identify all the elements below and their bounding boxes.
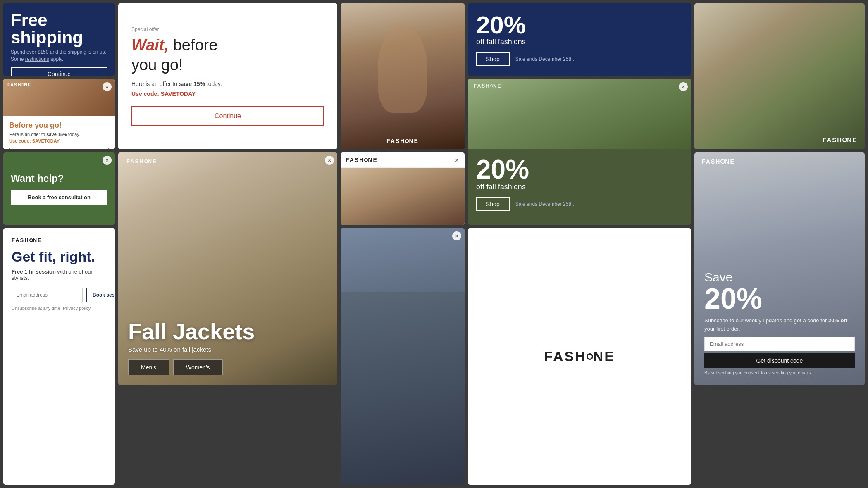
fall-jackets-heading: Fall Jackets [128, 320, 327, 343]
fall-jackets-card: × FASHNE Fall Jackets Save up to 40% on … [118, 152, 337, 385]
discount-code-button[interactable]: Get discount code [704, 353, 855, 368]
shop-button[interactable]: Shop [476, 52, 510, 66]
fall-jackets-subtext: Save up to 40% on fall jackets. [128, 346, 327, 353]
close-button-3[interactable]: × [679, 82, 688, 91]
close-button-2[interactable]: × [452, 156, 461, 165]
get-fit-email-input[interactable] [12, 288, 83, 302]
free-shipping-card: Freeshipping Spend over $150 and the shi… [3, 3, 115, 76]
close-button[interactable]: × [103, 82, 112, 91]
close-button-5[interactable]: × [325, 156, 334, 165]
fashone-woman-photo-card: × FASHNE [341, 152, 465, 225]
green-shop-button[interactable]: Shop [476, 197, 510, 211]
mens-button[interactable]: Men's [128, 359, 169, 375]
fall-jackets-brand: FASHNE [126, 158, 157, 164]
before-you-go-card: × FASHNE Before you go! Here is an offer… [3, 79, 115, 149]
offer-body: Here is an offer to save 15% today. [131, 81, 324, 87]
fashone-logo-overlay: FASHNE [386, 138, 419, 144]
before-you-go-code: Use code: SAVETODAY [9, 138, 109, 143]
offer-code: Use code: SAVETODAY [131, 90, 324, 97]
save-email-input[interactable] [704, 337, 855, 351]
free-session-text: Free 1 hr session with one of our stylis… [12, 269, 107, 281]
special-offer-card: Special offer Wait, beforeyou go! Here i… [118, 3, 337, 149]
get-fit-card: FASHNE Get fit, right. Free 1 hr session… [3, 228, 115, 485]
save-20-card: FASHNE Save 20% Subscribe to our weekly … [694, 152, 865, 385]
twenty-off-green-card: × FASHNE 20% off fall fashions Shop Sale… [468, 79, 691, 225]
fashone-logo-bar: FASHNE [341, 152, 465, 168]
twenty-off-navy-card: 20% off fall fashions Shop Sale ends Dec… [468, 3, 691, 76]
woman-sitting-photo-card: FASHNE [341, 3, 465, 149]
consent-text: By subscribing you consent to us sending… [704, 370, 855, 375]
green-off-line: off fall fashions [476, 183, 683, 191]
outdoor-woman-photo-card: FASHNE [694, 3, 865, 149]
unsub-text: Unsubscribe at any time. Privacy policy [12, 306, 107, 311]
womens-button[interactable]: Women's [173, 359, 223, 375]
before-you-go-continue-button[interactable]: Continue [9, 148, 109, 149]
before-you-go-body: Here is an offer to save 15% today. [9, 132, 109, 137]
fashone-logo-small: FASHNE [7, 82, 31, 87]
green-sale-ends: Sale ends December 25th. [515, 201, 574, 207]
close-button-6[interactable]: × [452, 231, 461, 240]
man-photo-card: × [341, 228, 465, 485]
book-session-button[interactable]: Book session [86, 288, 115, 302]
get-fit-brand: FASHNE [12, 237, 107, 243]
fashone-logo-green: FASHNE [474, 83, 502, 89]
special-offer-continue-button[interactable]: Continue [131, 106, 324, 126]
want-help-heading: Want help? [11, 173, 107, 184]
offer-label: Special offer [131, 26, 324, 32]
sale-ends-text: Sale ends December 25th. [515, 56, 574, 62]
want-help-card: × Want help? Book a free consultation [3, 152, 115, 225]
discount-percent: 20% [476, 13, 683, 38]
free-shipping-continue-button[interactable]: Continue [11, 67, 107, 76]
off-line: off fall fashions [476, 38, 683, 46]
special-offer-heading: Wait, beforeyou go! [131, 36, 324, 75]
fashone-big-logo: FASHNE [544, 348, 615, 364]
book-consultation-button[interactable]: Book a free consultation [11, 190, 107, 205]
save-percent: 20% [704, 284, 855, 313]
fashone-alone-card: FASHNE [468, 228, 691, 485]
get-fit-heading: Get fit, right. [12, 249, 107, 264]
green-discount-percent: 20% [476, 156, 683, 183]
fashone-logo-br: FASHNE [823, 136, 857, 143]
close-button-4[interactable]: × [103, 156, 112, 165]
before-you-go-heading: Before you go! [9, 121, 109, 130]
save-heading-line1: Save [704, 270, 855, 284]
free-shipping-desc: Spend over $150 and the shipping is on u… [11, 49, 107, 63]
save-20-fashone-logo: FASHNE [702, 158, 735, 165]
save-body: Subscribe to our weekly updates and get … [704, 317, 855, 333]
free-shipping-title: Freeshipping [11, 12, 107, 46]
